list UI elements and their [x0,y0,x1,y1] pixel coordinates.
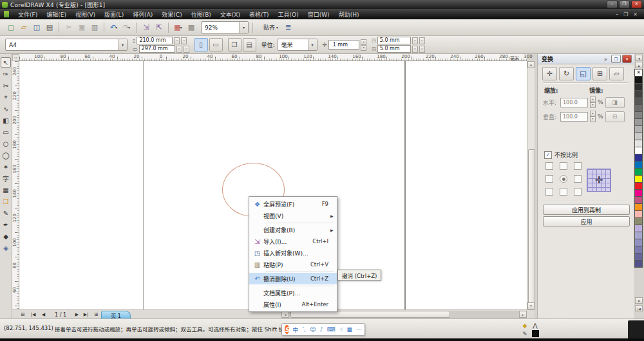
toolbar-icon[interactable] [59,23,59,33]
anchor-cell[interactable] [545,175,553,183]
outline-color-swatch[interactable] [532,330,539,337]
spin-up-button[interactable]: ▴ [590,97,596,102]
docker-flyout-icon[interactable]: » [603,56,607,62]
anchor-point-grid[interactable] [545,162,582,196]
close-button[interactable]: ✕ [631,1,642,8]
units-combo[interactable]: 毫米 ▾ [278,39,317,51]
palette-scroll-up-button[interactable]: ▴ [635,62,643,68]
chevron-down-icon[interactable]: ▾ [118,39,127,50]
menu-item[interactable]: 表格(T) [249,10,269,19]
ruler-origin-button[interactable]: ⚏ [12,54,19,61]
all-pages-button[interactable]: ❐ [228,38,242,51]
chevron-down-icon[interactable]: ▾ [308,39,317,50]
palette-expand-button[interactable]: |◀ [635,305,643,311]
ime-keyboard-icon[interactable]: ⌨ [327,326,336,333]
crop-tool[interactable]: ✂ [1,80,11,91]
vertical-ruler[interactable]: 240 220 200 180 160 140 120 100 80 60 [12,61,19,309]
copy-icon[interactable]: ▣ [76,22,87,33]
stepper-button[interactable]: ▫ [181,37,187,44]
anchor-cell[interactable] [545,162,553,170]
duplicate-y-field[interactable]: 5.0 mm [377,45,411,53]
ime-voice-icon[interactable]: ♪ [319,326,323,333]
new-document-icon[interactable]: ▢ [5,22,16,33]
context-menu-item[interactable]: ◳ 插入新对象(W)... [249,247,337,259]
chevron-down-icon[interactable]: ▾ [239,22,248,33]
add-page-button[interactable]: ⊞ [19,311,27,318]
context-menu-item[interactable]: ▥ 粘贴(P) Ctrl+V [249,259,337,270]
apply-to-duplicate-button[interactable]: 应用到再制 [543,205,630,215]
ellipse-tool[interactable]: ○ [1,138,11,149]
restore-button[interactable]: ❐ [619,1,630,8]
scroll-up-button[interactable]: ▴ [527,61,535,68]
polygon-tool[interactable]: ◯ [1,150,11,160]
context-menu-item[interactable]: 视图(V) ▶ [249,210,337,221]
horizontal-ruler[interactable]: 100 80 60 40 20 0 20 40 60 80 100 120 14… [19,54,527,61]
table-tool[interactable]: ▦ [1,185,11,195]
context-menu-item[interactable]: ⇲ 导入(I)... Ctrl+I [249,235,337,247]
ime-more-icon[interactable]: ⋯ [356,326,362,333]
docker-close-button[interactable]: ✕ [622,55,632,63]
ime-emoji-icon[interactable]: ☺ [310,326,316,333]
sogou-logo-icon[interactable]: S [285,325,289,334]
welcome-screen-icon[interactable]: ▩ [185,22,196,33]
context-menu-item[interactable]: 创建对象(B) ▶ [249,224,337,235]
apply-button[interactable]: 应用 [543,216,630,226]
menu-item[interactable]: 工具(O) [278,10,299,19]
first-page-button[interactable]: |◀ [29,311,37,318]
spin-down-button[interactable]: ▾ [590,116,596,122]
nudge-offset-field[interactable]: .1 mm [328,40,359,50]
scroll-right-button[interactable]: ▸ [519,311,527,318]
landscape-button[interactable]: ▭ [209,38,223,51]
spin-up-button[interactable]: ▴ [361,39,366,45]
palette-swatch[interactable] [634,260,643,268]
stepper-button[interactable]: ▫ [419,37,425,44]
rectangle-tool[interactable]: ▭ [1,127,11,137]
doc-minimize-button[interactable]: – [616,12,618,17]
add-page-button[interactable]: ⊞ [92,311,100,318]
eyedropper-tool[interactable]: ✎ [1,208,11,218]
paper-size-combo[interactable]: A4 ▾ [5,39,128,51]
horizontal-scale-field[interactable]: 100.0 [560,98,588,107]
anchor-cell[interactable] [560,188,567,196]
menu-item[interactable]: 版面(L) [104,10,124,19]
ime-handwriting-icon[interactable]: ☝ [339,326,343,333]
blend-tool[interactable]: ❒ [1,196,11,207]
application-launcher-icon[interactable]: ▦ ▾ [173,22,184,33]
alignment-options-icon[interactable]: ≣ [285,23,291,32]
transform-scale-mirror-icon[interactable]: ◱ [576,67,591,80]
context-menu-item[interactable]: ↶ 撤消删除(U) Ctrl+Z [249,273,337,284]
smart-fill-tool[interactable]: ◧ [1,115,11,125]
toolbar-icon[interactable] [136,23,137,33]
context-menu-item[interactable]: ❖ 全屏预览(F) F9 [249,198,337,210]
previous-page-button[interactable]: ◀ [39,311,48,318]
anchor-cell[interactable] [560,162,567,170]
transform-skew-icon[interactable]: ▱ [609,67,624,80]
shape-tool[interactable]: ✑ [1,69,11,79]
anchor-cell[interactable] [545,188,553,196]
transform-position-icon[interactable]: ✛ [542,67,557,80]
spin-up-button[interactable]: ▴ [590,111,596,116]
scroll-down-button[interactable]: ▾ [527,302,535,309]
context-menu-item[interactable]: 属性(I) Alt+Enter [249,299,337,310]
paper-height-field[interactable]: 297.0 mm [139,45,175,53]
interactive-fill-tool[interactable]: ◈ [1,243,11,253]
menu-item[interactable]: 文本(X) [220,10,240,19]
minimize-button[interactable]: – [607,1,618,8]
snap-to-button[interactable]: 贴齐 ▾ [263,23,278,32]
outline-pen-icon[interactable]: ✎ [520,329,529,338]
ime-toolbox-icon[interactable]: ▦ [347,326,353,333]
open-icon[interactable]: ▱ [18,22,29,33]
spin-down-button[interactable]: ▾ [361,45,366,51]
mirror-vertical-button[interactable]: ⊟ [605,111,625,122]
palette-scroll-down-button[interactable]: ▾ [635,297,643,304]
menu-item[interactable]: 窗口(W) [308,10,330,19]
stepper-button[interactable]: ▫ [184,46,189,53]
paper-width-field[interactable]: 210.0 mm [137,37,173,44]
import-icon[interactable]: ⇲ [140,22,151,33]
current-page-button[interactable]: ▤ [243,38,256,51]
vertical-scrollbar[interactable]: ▴ ▾ [527,61,535,309]
non-proportional-checkbox[interactable]: ✓ [544,151,552,159]
fill-indicator-icon[interactable]: ◆ [520,321,529,329]
context-menu-item[interactable]: 文档属性(P)... [249,287,337,299]
menu-item[interactable]: 效果(C) [162,10,182,19]
